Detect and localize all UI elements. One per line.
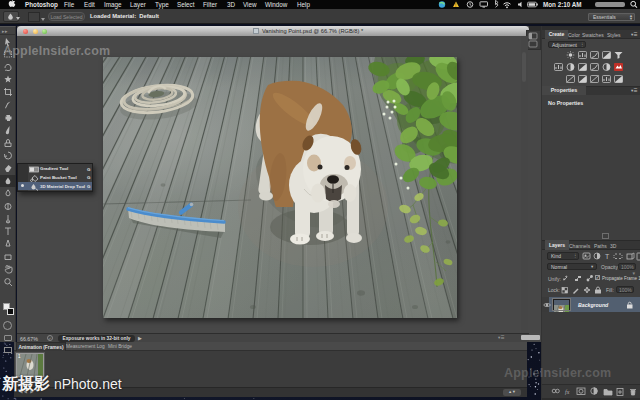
svg-text:fx: fx [565,389,570,395]
svg-text:T: T [605,253,610,260]
